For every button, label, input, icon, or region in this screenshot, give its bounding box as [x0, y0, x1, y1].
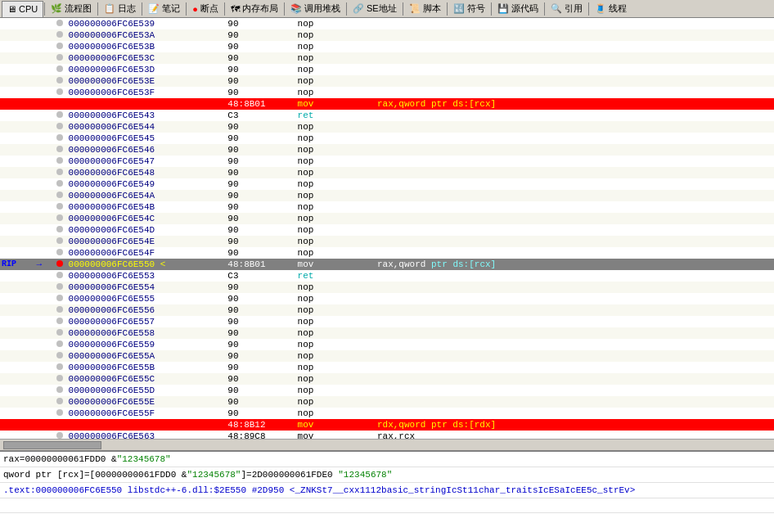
table-row[interactable]: 000000006FC6E54D90nop: [0, 224, 774, 236]
table-row[interactable]: 000000006FC6E55A90nop: [0, 350, 774, 362]
bp-cell[interactable]: [53, 64, 67, 75]
bp-cell[interactable]: [53, 18, 67, 29]
addr-cell[interactable]: 000000006FC6E539: [67, 18, 227, 29]
table-row[interactable]: 000000006FC6E54F90nop: [0, 247, 774, 259]
bp-cell[interactable]: [53, 327, 67, 339]
table-row[interactable]: 000000006FC6E53F90nop: [0, 87, 774, 98]
bp-cell[interactable]: [53, 408, 67, 419]
addr-cell[interactable]: 000000006FC6E545: [67, 133, 227, 144]
bp-cell[interactable]: [53, 144, 67, 156]
bp-cell[interactable]: [53, 167, 67, 178]
toolbar-callstack[interactable]: 📚 调用堆栈: [286, 1, 345, 17]
bp-cell[interactable]: [53, 213, 67, 224]
table-row[interactable]: 000000006FC6E55590nop: [0, 293, 774, 304]
table-row[interactable]: 000000006FC6E54C90nop: [0, 213, 774, 224]
toolbar-threads[interactable]: 🧵 线程: [590, 1, 632, 17]
bp-cell[interactable]: [53, 373, 67, 385]
table-row[interactable]: 000000006FC6E53C90nop: [0, 52, 774, 64]
table-row[interactable]: 000000006FC6E560 <48:8B12movrdx,qword pt…: [0, 419, 774, 431]
addr-cell[interactable]: 000000006FC6E554: [67, 282, 227, 293]
disasm-scroll[interactable]: 000000006FC6E53990nop000000006FC6E53A90n…: [0, 18, 774, 439]
addr-cell[interactable]: 000000006FC6E550 <: [67, 259, 227, 270]
bp-cell[interactable]: [53, 41, 67, 52]
table-row[interactable]: 000000006FC6E54A90nop: [0, 190, 774, 201]
table-row[interactable]: 000000006FC6E55690nop: [0, 304, 774, 316]
toolbar-log[interactable]: 📋 日志: [99, 1, 141, 17]
addr-cell[interactable]: 000000006FC6E557: [67, 316, 227, 327]
table-row[interactable]: 000000006FC6E54B90nop: [0, 201, 774, 213]
bp-cell[interactable]: [53, 270, 67, 282]
addr-cell[interactable]: 000000006FC6E559: [67, 339, 227, 350]
table-row[interactable]: 000000006FC6E56348:89C8movrax,rcx: [0, 431, 774, 439]
table-row[interactable]: 000000006FC6E53A90nop: [0, 29, 774, 41]
toolbar-symbol[interactable]: 🔣 符号: [448, 1, 490, 17]
addr-cell[interactable]: 000000006FC6E546: [67, 144, 227, 156]
toolbar-breakpoints[interactable]: ● 断点: [187, 1, 223, 17]
bp-cell[interactable]: [53, 385, 67, 396]
table-row[interactable]: 000000006FC6E54790nop: [0, 156, 774, 167]
table-row[interactable]: 000000006FC6E55990nop: [0, 339, 774, 350]
toolbar-reference[interactable]: 🔍 引用: [546, 1, 587, 17]
toolbar-script[interactable]: 📜 脚本: [404, 1, 446, 17]
addr-cell[interactable]: 000000006FC6E55A: [67, 350, 227, 362]
bp-cell[interactable]: [53, 293, 67, 304]
table-row[interactable]: 000000006FC6E55890nop: [0, 327, 774, 339]
addr-cell[interactable]: 000000006FC6E54D: [67, 224, 227, 236]
table-row[interactable]: 000000006FC6E55490nop: [0, 282, 774, 293]
table-row[interactable]: 000000006FC6E55E90nop: [0, 396, 774, 408]
addr-cell[interactable]: 000000006FC6E54F: [67, 247, 227, 259]
bp-cell[interactable]: [53, 190, 67, 201]
addr-cell[interactable]: 000000006FC6E53F: [67, 87, 227, 98]
bp-cell[interactable]: [53, 110, 67, 121]
addr-cell[interactable]: 000000006FC6E53B: [67, 41, 227, 52]
bp-cell[interactable]: [53, 431, 67, 439]
bp-cell[interactable]: [53, 224, 67, 236]
toolbar-cpu[interactable]: 🖥 CPU: [2, 1, 43, 17]
addr-cell[interactable]: 000000006FC6E560 <: [67, 419, 227, 431]
table-row[interactable]: 000000006FC6E55B90nop: [0, 362, 774, 373]
table-row[interactable]: 000000006FC6E54590nop: [0, 133, 774, 144]
bp-cell[interactable]: [53, 121, 67, 133]
scrollbar-thumb[interactable]: [3, 441, 101, 449]
addr-cell[interactable]: 000000006FC6E55E: [67, 396, 227, 408]
addr-cell[interactable]: 000000006FC6E54E: [67, 236, 227, 247]
toolbar-flowchart[interactable]: 🌿 流程图: [46, 1, 97, 17]
table-row[interactable]: 000000006FC6E55C90nop: [0, 373, 774, 385]
addr-cell[interactable]: 000000006FC6E543: [67, 110, 227, 121]
bp-cell[interactable]: [53, 350, 67, 362]
addr-cell[interactable]: 000000006FC6E558: [67, 327, 227, 339]
addr-cell[interactable]: 000000006FC6E54B: [67, 201, 227, 213]
addr-cell[interactable]: 000000006FC6E53C: [67, 52, 227, 64]
table-row[interactable]: 000000006FC6E53D90nop: [0, 64, 774, 75]
table-row[interactable]: 000000006FC6E53E90nop: [0, 75, 774, 87]
table-row[interactable]: 000000006FC6E54690nop: [0, 144, 774, 156]
toolbar-source[interactable]: 💾 源代码: [493, 1, 543, 17]
addr-cell[interactable]: 000000006FC6E547: [67, 156, 227, 167]
bp-cell[interactable]: [53, 362, 67, 373]
table-row[interactable]: 000000006FC6E55790nop: [0, 316, 774, 327]
table-row[interactable]: 000000006FC6E54990nop: [0, 178, 774, 190]
toolbar-notes[interactable]: 📝 笔记: [143, 1, 185, 17]
addr-cell[interactable]: 000000006FC6E54C: [67, 213, 227, 224]
bp-cell[interactable]: [53, 52, 67, 64]
table-row[interactable]: 000000006FC6E53990nop: [0, 18, 774, 29]
bp-cell[interactable]: [53, 156, 67, 167]
table-row[interactable]: 000000006FC6E543C3ret: [0, 110, 774, 121]
bp-cell[interactable]: [53, 396, 67, 408]
table-row[interactable]: 000000006FC6E54490nop: [0, 121, 774, 133]
addr-cell[interactable]: 000000006FC6E556: [67, 304, 227, 316]
bp-cell[interactable]: [53, 236, 67, 247]
bp-cell[interactable]: [53, 178, 67, 190]
addr-cell[interactable]: 000000006FC6E55B: [67, 362, 227, 373]
bp-cell[interactable]: [53, 304, 67, 316]
toolbar-seaddr[interactable]: 🔗 SE地址: [348, 1, 402, 17]
bp-cell[interactable]: [53, 87, 67, 98]
addr-cell[interactable]: 000000006FC6E54A: [67, 190, 227, 201]
bp-cell[interactable]: [53, 316, 67, 327]
table-row[interactable]: 000000006FC6E53B90nop: [0, 41, 774, 52]
addr-cell[interactable]: 000000006FC6E55C: [67, 373, 227, 385]
bp-cell[interactable]: [53, 282, 67, 293]
addr-cell[interactable]: 000000006FC6E53D: [67, 64, 227, 75]
addr-cell[interactable]: 000000006FC6E55D: [67, 385, 227, 396]
horizontal-scrollbar[interactable]: [0, 439, 774, 450]
